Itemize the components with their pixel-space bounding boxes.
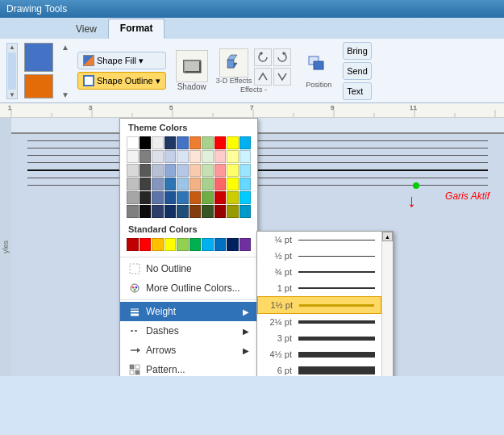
std-color-swatch[interactable]: [227, 238, 239, 251]
color-swatch[interactable]: [177, 205, 189, 218]
tilt-up-btn[interactable]: [254, 68, 272, 86]
color-swatch[interactable]: [152, 191, 164, 204]
color-swatch[interactable]: [227, 150, 239, 163]
color-swatch[interactable]: [215, 164, 227, 177]
color-swatch[interactable]: [165, 178, 177, 190]
std-color-swatch[interactable]: [177, 238, 189, 251]
color-swatch[interactable]: [152, 164, 164, 177]
rotate-left-btn[interactable]: [254, 48, 272, 66]
color-swatch[interactable]: [190, 136, 202, 149]
color-swatch[interactable]: [152, 136, 164, 149]
std-color-swatch[interactable]: [165, 238, 177, 251]
tilt-down-btn[interactable]: [273, 68, 291, 86]
pattern-item[interactable]: Pattern...: [120, 360, 257, 376]
color-swatch[interactable]: [177, 178, 189, 190]
color-swatch[interactable]: [152, 150, 164, 163]
std-color-swatch[interactable]: [215, 238, 227, 251]
color-swatch[interactable]: [140, 150, 152, 163]
weight-item-075pt[interactable]: ¾ pt: [257, 264, 381, 280]
color-swatch[interactable]: [227, 205, 239, 218]
color-swatch[interactable]: [165, 205, 177, 218]
color-swatch[interactable]: [240, 191, 252, 204]
shape-outline-btn[interactable]: Shape Outline ▾: [77, 72, 166, 90]
color-swatch[interactable]: [165, 136, 177, 149]
color-swatch[interactable]: [240, 164, 252, 177]
color-swatch[interactable]: [202, 178, 214, 190]
color-swatch[interactable]: [127, 205, 139, 218]
color-swatch[interactable]: [202, 191, 214, 204]
std-color-swatch[interactable]: [190, 238, 202, 251]
weight-item-6pt[interactable]: 6 pt: [257, 362, 381, 376]
color-swatch[interactable]: [127, 178, 139, 190]
color-swatch[interactable]: [240, 150, 252, 163]
color-swatch[interactable]: [202, 164, 214, 177]
bring-btn[interactable]: Bring: [343, 42, 372, 60]
std-color-swatch[interactable]: [240, 238, 252, 251]
color-swatch[interactable]: [152, 178, 164, 190]
color-swatch[interactable]: [165, 191, 177, 204]
color-swatch[interactable]: [227, 136, 239, 149]
color-swatch[interactable]: [202, 205, 214, 218]
std-color-swatch[interactable]: [202, 238, 214, 251]
color-swatch[interactable]: [215, 136, 227, 149]
color-swatch[interactable]: [177, 136, 189, 149]
color-swatch[interactable]: [165, 150, 177, 163]
color-swatch[interactable]: [190, 191, 202, 204]
weight-item-225pt[interactable]: 2¼ pt: [257, 314, 381, 330]
tab-format[interactable]: Format: [108, 19, 165, 39]
color-swatch[interactable]: [227, 164, 239, 177]
color-swatch[interactable]: [240, 136, 252, 149]
weight-item-3pt[interactable]: 3 pt: [257, 330, 381, 346]
weight-item[interactable]: Weight ▶: [120, 302, 257, 321]
color-swatch[interactable]: [177, 191, 189, 204]
color-swatch[interactable]: [190, 205, 202, 218]
more-outline-colors-item[interactable]: More Outline Colors...: [120, 278, 257, 298]
color-swatch[interactable]: [127, 164, 139, 177]
color-swatch[interactable]: [140, 205, 152, 218]
arrows-item[interactable]: Arrows ▶: [120, 341, 257, 360]
color-swatch[interactable]: [140, 164, 152, 177]
weight-item-45pt[interactable]: 4½ pt: [257, 346, 381, 362]
color-swatch[interactable]: [240, 205, 252, 218]
shape-swatch-blue[interactable]: [24, 43, 53, 72]
shape-fill-btn[interactable]: Shape Fill ▾: [77, 52, 166, 69]
color-swatch[interactable]: [202, 150, 214, 163]
weight-item-05pt[interactable]: ½ pt: [257, 248, 381, 264]
weight-item-15pt[interactable]: 1½ pt: [257, 296, 381, 314]
send-btn[interactable]: Send: [343, 62, 372, 80]
std-color-swatch[interactable]: [140, 238, 152, 251]
rotate-right-btn[interactable]: [273, 48, 291, 66]
color-swatch[interactable]: [140, 136, 152, 149]
color-swatch[interactable]: [140, 191, 152, 204]
color-swatch[interactable]: [152, 205, 164, 218]
color-swatch[interactable]: [127, 191, 139, 204]
ribbon-scroll-up[interactable]: ▲: [61, 43, 71, 52]
weight-item-025pt[interactable]: ¼ pt: [257, 232, 381, 248]
color-swatch[interactable]: [215, 178, 227, 190]
tab-view[interactable]: View: [65, 20, 108, 39]
scrollbar-up-btn[interactable]: ▲: [382, 232, 393, 241]
shape-swatch-orange[interactable]: [24, 74, 53, 98]
no-outline-item[interactable]: No Outline: [120, 259, 257, 278]
weight-item-1pt[interactable]: 1 pt: [257, 280, 381, 296]
color-swatch[interactable]: [177, 164, 189, 177]
color-swatch[interactable]: [240, 178, 252, 190]
color-swatch[interactable]: [202, 136, 214, 149]
color-swatch[interactable]: [140, 178, 152, 190]
color-swatch[interactable]: [127, 150, 139, 163]
color-swatch[interactable]: [227, 178, 239, 190]
std-color-swatch[interactable]: [152, 238, 164, 251]
text-wrap-btn[interactable]: Text: [343, 82, 372, 100]
effects-3d-btn[interactable]: 3-D Effects: [216, 48, 252, 86]
ribbon-scroll-down[interactable]: ▼: [61, 90, 71, 99]
color-swatch[interactable]: [165, 164, 177, 177]
color-swatch[interactable]: [127, 136, 139, 149]
position-btn[interactable]: Position: [301, 50, 336, 92]
color-swatch[interactable]: [215, 191, 227, 204]
std-color-swatch[interactable]: [127, 238, 139, 251]
color-swatch[interactable]: [227, 191, 239, 204]
dashes-item[interactable]: Dashes ▶: [120, 321, 257, 341]
color-swatch[interactable]: [190, 164, 202, 177]
color-swatch[interactable]: [190, 178, 202, 190]
color-swatch[interactable]: [215, 150, 227, 163]
